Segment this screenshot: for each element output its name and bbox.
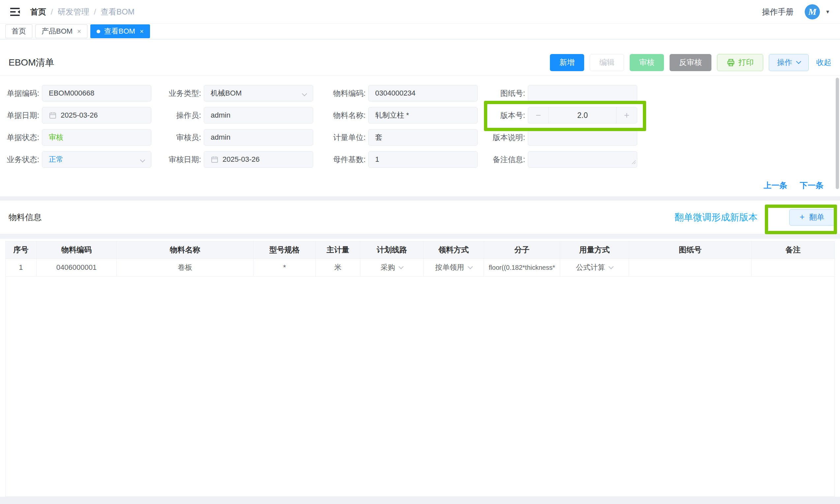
- version-note-input[interactable]: [528, 129, 637, 146]
- field-label: 业务类型:: [166, 88, 204, 98]
- field-label: 单据状态:: [4, 132, 42, 143]
- field-label: 审核日期:: [166, 155, 204, 165]
- close-icon[interactable]: ×: [140, 28, 144, 35]
- breadcrumb-separator: /: [51, 7, 53, 16]
- ebom-form: 单据编码: EBOM000668 业务类型: 机械BOM 物料编码: 03040…: [0, 76, 840, 196]
- field-label: 母件基数:: [331, 155, 368, 165]
- doc-date-picker[interactable]: 2025-03-26: [42, 107, 151, 124]
- field-label: 审核员:: [166, 132, 204, 143]
- prev-record-link[interactable]: 上一条: [764, 180, 787, 192]
- plus-icon: +: [800, 212, 804, 222]
- operator-input[interactable]: admin: [204, 107, 313, 124]
- field-label: 物料编码:: [331, 88, 368, 98]
- version-value[interactable]: 2.0: [548, 107, 616, 124]
- audit-button[interactable]: 审核: [630, 54, 664, 71]
- column-header: 序号: [5, 241, 36, 258]
- column-header: 分子: [484, 241, 560, 258]
- table-cell[interactable]: 采购: [360, 258, 423, 276]
- breadcrumb: 首页 / 研发管理 / 查看BOM: [30, 6, 135, 17]
- add-button[interactable]: 新增: [550, 54, 584, 71]
- field-label: 单据编码:: [4, 88, 42, 98]
- chevron-down-icon: [796, 59, 801, 64]
- business-status-select[interactable]: 正常: [42, 151, 151, 168]
- calendar-icon: [49, 111, 57, 119]
- table-cell: floor((0.182*thickness*: [484, 258, 560, 276]
- status-badge: 审核: [49, 132, 63, 142]
- flip-order-button[interactable]: + 翻单: [789, 209, 835, 226]
- column-header: 计划线路: [360, 241, 423, 258]
- calendar-icon: [211, 156, 218, 163]
- field-label: 图纸号:: [490, 88, 528, 98]
- print-button[interactable]: 打印: [717, 54, 763, 71]
- breadcrumb-rd-management[interactable]: 研发管理: [58, 6, 89, 17]
- business-type-select[interactable]: 机械BOM: [204, 85, 313, 102]
- material-code-input[interactable]: 0304000234: [368, 85, 478, 102]
- resize-grip-icon[interactable]: [632, 158, 636, 166]
- column-header: 主计量: [315, 241, 360, 258]
- breadcrumb-separator: /: [94, 7, 96, 16]
- printer-icon: [727, 58, 735, 67]
- table-cell: [752, 258, 835, 276]
- breadcrumb-current: 查看BOM: [101, 6, 135, 17]
- remark-textarea[interactable]: [528, 151, 637, 168]
- page-bottom-band: [0, 497, 840, 504]
- table-cell[interactable]: 公式计算: [560, 258, 629, 276]
- material-name-input[interactable]: 轧制立柱 *: [368, 107, 478, 124]
- parent-base-input[interactable]: 1: [368, 151, 478, 168]
- version-decrease-button[interactable]: −: [528, 107, 549, 124]
- next-record-link[interactable]: 下一条: [800, 180, 823, 192]
- column-header: 型号规格: [253, 241, 316, 258]
- drawing-no-input[interactable]: [528, 85, 637, 102]
- tab-product-bom[interactable]: 产品BOM ×: [35, 24, 87, 38]
- chevron-down-icon: [609, 264, 614, 269]
- material-section-header: 物料信息 翻单微调形成新版本 + 翻单: [0, 201, 840, 234]
- active-dot-icon: [97, 30, 100, 33]
- table-cell: 1: [5, 258, 36, 276]
- manual-link[interactable]: 操作手册: [762, 6, 793, 17]
- material-table-head-row: 序号物料编码物料名称型号规格主计量计划线路领料方式分子用量方式图纸号备注: [5, 241, 835, 258]
- auditor-input[interactable]: admin: [204, 129, 313, 146]
- table-cell: [629, 258, 751, 276]
- field-label: 版本说明:: [490, 132, 528, 143]
- unit-input[interactable]: 套: [368, 129, 478, 146]
- column-header: 领料方式: [423, 241, 484, 258]
- field-label: 业务状态:: [4, 155, 42, 165]
- version-increase-button[interactable]: +: [616, 107, 637, 124]
- material-section-title: 物料信息: [8, 212, 41, 223]
- field-label: 备注信息:: [490, 155, 528, 165]
- chevron-down-icon[interactable]: ▼: [825, 9, 830, 15]
- chevron-down-icon: [140, 158, 145, 163]
- tab-view-bom[interactable]: 查看BOM ×: [90, 24, 150, 38]
- avatar[interactable]: M: [805, 4, 820, 19]
- chevron-down-icon: [302, 91, 307, 96]
- doc-header: EBOM清单 新增 编辑 审核 反审核 打印 操作 收起: [0, 39, 840, 76]
- field-label: 版本号:: [490, 110, 528, 121]
- chevron-down-icon: [399, 264, 404, 269]
- collapse-link[interactable]: 收起: [816, 57, 832, 68]
- table-cell[interactable]: 按单领用: [423, 258, 484, 276]
- table-row: 10406000001卷板*米采购按单领用floor((0.182*thickn…: [5, 258, 835, 276]
- material-table: 序号物料编码物料名称型号规格主计量计划线路领料方式分子用量方式图纸号备注 104…: [5, 241, 835, 497]
- tab-home[interactable]: 首页: [5, 24, 32, 38]
- column-header: 物料名称: [117, 241, 253, 258]
- page-title: EBOM清单: [8, 56, 54, 69]
- doc-status-input[interactable]: 审核: [42, 129, 151, 146]
- field-label: 单据日期:: [4, 110, 42, 121]
- close-icon[interactable]: ×: [77, 28, 81, 35]
- edit-button[interactable]: 编辑: [590, 54, 624, 71]
- status-badge: 正常: [49, 155, 63, 164]
- doc-code-input[interactable]: EBOM000668: [42, 85, 151, 102]
- breadcrumb-home[interactable]: 首页: [30, 6, 46, 17]
- actions-dropdown-button[interactable]: 操作: [769, 54, 809, 71]
- scrollbar-thumb[interactable]: [836, 78, 839, 189]
- unaudit-button[interactable]: 反审核: [669, 54, 712, 71]
- menu-fold-icon[interactable]: [8, 5, 22, 18]
- section-divider: [0, 234, 840, 239]
- field-label: 计量单位:: [331, 132, 368, 143]
- version-stepper: − 2.0 +: [528, 107, 637, 124]
- audit-date-picker[interactable]: 2025-03-26: [204, 151, 313, 168]
- table-cell: 0406000001: [36, 258, 117, 276]
- table-cell: 卷板: [117, 258, 253, 276]
- table-cell: *: [253, 258, 316, 276]
- field-label: 操作员:: [166, 110, 204, 121]
